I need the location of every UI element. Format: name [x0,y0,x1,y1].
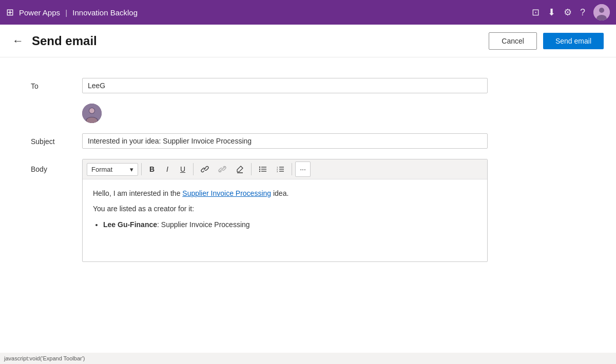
link-button[interactable] [197,162,213,176]
download-icon[interactable]: ⬇ [548,7,555,18]
recipient-avatar [82,104,102,123]
more-options-button[interactable]: ··· [296,162,310,176]
status-bar: javascript:void('Expand Toolbar') [0,353,616,364]
subject-input[interactable] [82,133,488,149]
svg-text:3: 3 [277,170,278,173]
unlink-button[interactable] [214,162,230,176]
body-row: Body Format ▾ B I U [31,159,534,262]
back-button[interactable]: ← [12,34,24,48]
svg-point-12 [259,169,260,170]
to-label: To [31,78,82,90]
more-options-group: ··· [295,161,311,177]
to-row: To [31,78,534,93]
subject-row: Subject [31,133,534,149]
toolbar-divider-2 [193,163,194,175]
send-email-button[interactable]: Send email [543,33,604,49]
editor-toolbar: Format ▾ B I U [83,159,487,179]
editor-body[interactable]: Hello, I am interested in the Supplier I… [83,179,487,261]
body-list: Lee Gu-Finance: Supplier Invoice Process… [103,219,477,230]
format-dropdown[interactable]: Format ▾ [87,163,138,176]
header-right: Cancel Send email [489,32,604,50]
chevron-down-icon: ▾ [130,166,133,173]
app-title: Power Apps | Innovation Backlog [19,8,138,17]
status-text: javascript:void('Expand Toolbar') [4,355,85,361]
svg-point-13 [259,171,260,172]
toolbar-divider-3 [251,163,252,175]
settings-icon[interactable]: ⚙ [564,7,572,18]
highlight-button[interactable] [232,162,248,176]
body-line2: You are listed as a creator for it: [93,203,477,214]
body-link[interactable]: Supplier Invoice Processing [182,189,271,197]
waffle-icon[interactable]: ⊞ [6,7,14,18]
unlink-icon [218,166,226,173]
main-content: To Subject Body Form [0,57,565,282]
format-dropdown-label: Format [91,166,112,173]
highlight-icon [236,165,244,173]
italic-button[interactable]: I [160,162,175,176]
cancel-button[interactable]: Cancel [489,32,537,50]
recipient-avatar-row [31,104,534,123]
page-header: ← Send email Cancel Send email [0,25,616,57]
subject-label: Subject [31,133,82,146]
nav-left: ⊞ Power Apps | Innovation Backlog [6,7,138,18]
svg-point-11 [259,167,260,168]
page-title: Send email [32,34,97,48]
nav-right: ⊡ ⬇ ⚙ ? [532,4,610,21]
ordered-list-icon: 1 2 3 [276,166,284,173]
help-icon[interactable]: ? [580,7,585,18]
svg-point-1 [599,8,604,13]
unordered-list-icon [259,166,267,173]
bold-button[interactable]: B [145,162,159,176]
to-input-wrapper [82,78,534,93]
body-list-item: Lee Gu-Finance: Supplier Invoice Process… [103,219,477,230]
body-label: Body [31,159,82,173]
unordered-list-button[interactable] [255,162,271,176]
underline-button[interactable]: U [176,162,190,176]
subject-input-wrapper [82,133,534,149]
header-left: ← Send email [12,34,97,48]
body-line1: Hello, I am interested in the Supplier I… [93,188,477,199]
user-avatar-nav[interactable] [593,4,610,21]
link-icon [201,166,209,173]
to-input[interactable] [82,78,488,93]
toolbar-divider-4 [292,163,292,175]
email-editor: Format ▾ B I U [82,159,488,262]
ordered-list-button[interactable]: 1 2 3 [272,162,288,176]
bullet-bold-text: Lee Gu-Finance [103,220,157,229]
top-navigation: ⊞ Power Apps | Innovation Backlog ⊡ ⬇ ⚙ … [0,0,616,25]
screen-icon[interactable]: ⊡ [532,7,540,18]
svg-point-6 [89,108,94,113]
toolbar-divider-1 [141,163,142,175]
